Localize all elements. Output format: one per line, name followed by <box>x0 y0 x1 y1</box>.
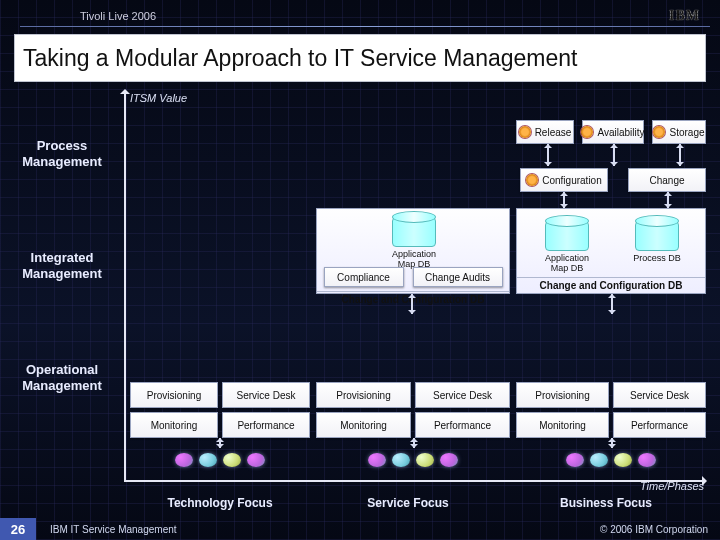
ccdb-box: Application Map DB Compliance Change Aud… <box>316 208 510 294</box>
phase-col-technology: Provisioning Service Desk Monitoring Per… <box>130 106 310 476</box>
phase-col-service: Application Map DB Compliance Change Aud… <box>316 106 510 476</box>
op-grid: Provisioning Service Desk Monitoring Per… <box>130 382 310 438</box>
diagram-area: Release Availability Storage Configurati… <box>130 106 706 476</box>
event-name: Tivoli Live 2006 <box>80 10 156 22</box>
op-provisioning: Provisioning <box>130 382 218 408</box>
db-icon: Application Map DB <box>545 215 589 251</box>
compliance-box: Compliance <box>324 267 404 287</box>
footer-right: © 2006 IBM Corporation <box>600 524 708 535</box>
op-grid: Provisioning Service Desk Monitoring Per… <box>516 382 706 438</box>
change-audits-box: Change Audits <box>413 267 503 287</box>
op-monitoring: Monitoring <box>130 412 218 438</box>
topbar: Tivoli Live 2006 IBM <box>80 6 700 26</box>
connector <box>608 438 616 448</box>
page-number: 26 <box>0 518 36 540</box>
row-label-process: Process Management <box>6 138 118 169</box>
op-performance: Performance <box>415 412 510 438</box>
op-grid: Provisioning Service Desk Monitoring Per… <box>316 382 510 438</box>
slide-title: Taking a Modular Approach to IT Service … <box>14 34 706 82</box>
op-monitoring: Monitoring <box>316 412 411 438</box>
db-icon: Application Map DB <box>392 211 436 247</box>
x-axis-label: Time/Phases <box>640 480 704 492</box>
op-provisioning: Provisioning <box>516 382 609 408</box>
op-performance: Performance <box>222 412 310 438</box>
ibm-logo: IBM <box>669 8 700 24</box>
footer-left: IBM IT Service Management <box>50 524 177 535</box>
footer: 26 IBM IT Service Management © 2006 IBM … <box>0 518 720 540</box>
connector <box>608 294 616 314</box>
row-label-operational: Operational Management <box>6 362 118 393</box>
phase-service: Service Focus <box>318 496 498 510</box>
op-service-desk: Service Desk <box>222 382 310 408</box>
connector <box>408 294 416 314</box>
db-icon: Process DB <box>635 215 679 251</box>
op-service-desk: Service Desk <box>613 382 706 408</box>
slide: Tivoli Live 2006 IBM Taking a Modular Ap… <box>0 0 720 540</box>
ccdb-box: Application Map DB Process DB Change and… <box>516 208 706 294</box>
phase-technology: Technology Focus <box>130 496 310 510</box>
phase-business: Business Focus <box>516 496 696 510</box>
connector <box>216 438 224 448</box>
connector <box>410 438 418 448</box>
op-service-desk: Service Desk <box>415 382 510 408</box>
op-monitoring: Monitoring <box>516 412 609 438</box>
row-label-integrated: Integrated Management <box>6 250 118 281</box>
y-axis-label: ITSM Value <box>130 92 187 104</box>
phase-col-business: Application Map DB Process DB Change and… <box>516 106 706 476</box>
op-performance: Performance <box>613 412 706 438</box>
op-provisioning: Provisioning <box>316 382 411 408</box>
